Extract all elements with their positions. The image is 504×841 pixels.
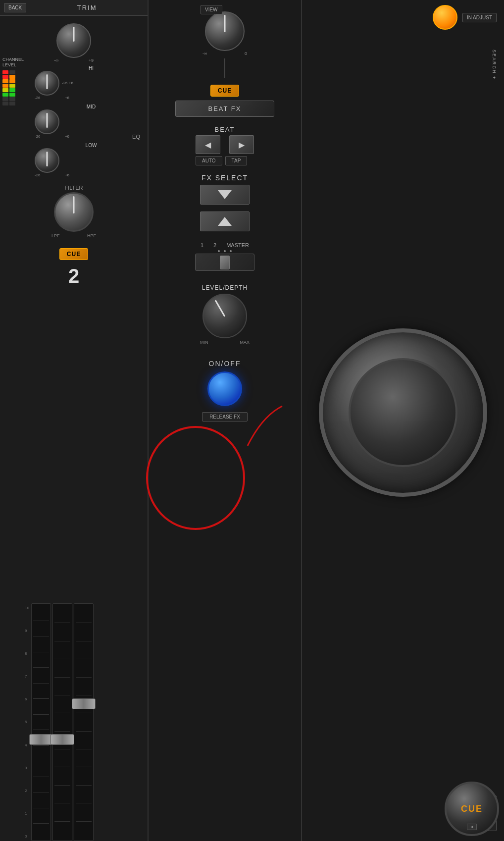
beat-fx-section: BEAT FX <box>175 101 274 117</box>
depth-range: MIN MAX <box>200 340 250 345</box>
level-depth-section: LEVEL/DEPTH MIN MAX <box>200 278 250 345</box>
trim-label: TRIM <box>30 4 144 11</box>
fader-thumb-2[interactable] <box>50 734 74 745</box>
jog-wheel-area <box>302 35 504 790</box>
mid-label: MID <box>35 104 148 109</box>
depth-knob[interactable] <box>202 294 247 338</box>
right-top: IN ADJUST <box>302 0 504 35</box>
trim-knob[interactable] <box>56 23 91 58</box>
mid-knob[interactable] <box>35 109 59 134</box>
cue-channel-section: CUE 2 <box>0 248 148 287</box>
middle-panel: -∞ 0 CUE BEAT FX BEAT ◀ ▶ <box>149 0 302 841</box>
right-panel: IN ADJUST SEARCH + SHIFT CUE ◄ <box>302 0 504 841</box>
low-label: LOW <box>35 143 148 148</box>
level-depth-label: LEVEL/DEPTH <box>202 284 248 291</box>
triangle-up-icon <box>218 217 232 226</box>
mid-eq-section: MID -26+6 <box>35 104 148 139</box>
cue-wheel-section: CUE ◄ <box>445 782 499 836</box>
filter-label: FILTER <box>64 185 83 191</box>
filter-section: FILTER LPF HPF <box>0 185 148 238</box>
beat-sub-buttons: AUTO TAP <box>196 156 254 165</box>
low-knob[interactable] <box>35 148 59 173</box>
hi-eq-section: HI -26 +6 -26+6 <box>35 65 148 100</box>
tap-button[interactable]: TAP <box>225 156 248 165</box>
fx-select-label: FX SELECT <box>202 174 248 182</box>
filter-range: LPF HPF <box>51 233 96 238</box>
fader-thumb-1[interactable] <box>29 734 53 745</box>
cue-wheel-button[interactable]: CUE ◄ <box>445 782 499 836</box>
trim-range: -∞ +9 <box>54 58 94 63</box>
level-range: -∞ 0 <box>202 51 247 56</box>
orange-power-button[interactable] <box>433 5 457 30</box>
channel-dots <box>218 250 232 252</box>
on-off-label: ON/OFF <box>209 360 241 368</box>
view-button[interactable]: VIEW <box>201 5 222 14</box>
channel-selector-section: 1 2 MASTER <box>195 237 254 271</box>
channel-cue-button[interactable]: CUE <box>59 248 88 260</box>
top-bar: BACK TRIM <box>0 0 148 16</box>
fx-cue-section: CUE <box>210 85 239 97</box>
release-fx-button[interactable]: RELEASE FX <box>202 412 248 421</box>
filter-knob[interactable] <box>54 192 94 232</box>
jog-wheel[interactable] <box>319 328 487 497</box>
fx-cue-button[interactable]: CUE <box>210 85 239 97</box>
on-off-button[interactable] <box>207 371 242 406</box>
level-meters <box>2 70 24 105</box>
channel-slider[interactable] <box>195 254 254 271</box>
fader-numbers: 109876543210 <box>25 603 29 841</box>
in-adjust-button[interactable]: IN ADJUST <box>462 13 497 22</box>
beat-controls: ◀ ▶ <box>196 135 254 154</box>
fx-select-down-button[interactable] <box>200 185 250 205</box>
on-off-section: ON/OFF RELEASE FX <box>202 352 248 421</box>
level-section: -∞ 0 <box>153 0 296 81</box>
fx-select-up-button[interactable] <box>200 211 250 231</box>
channel-number: 2 <box>68 265 79 287</box>
level-knob[interactable] <box>205 11 245 51</box>
channel-level-label: CHANNEL LEVEL <box>2 57 24 68</box>
beat-section: BEAT ◀ ▶ AUTO TAP <box>196 122 254 171</box>
beat-fx-button[interactable]: BEAT FX <box>175 101 274 117</box>
fader-tracks <box>31 603 94 841</box>
cue-wheel-sub: ◄ <box>467 821 477 830</box>
eq-text: EQ <box>132 134 140 140</box>
main-container: BACK TRIM VIEW CHANNEL LEVEL <box>0 0 504 841</box>
hi-range: -26 +6 <box>62 73 73 93</box>
fx-select-section: FX SELECT <box>200 174 250 231</box>
beat-next-button[interactable]: ▶ <box>229 135 254 154</box>
back-button[interactable]: BACK <box>4 3 26 12</box>
cue-wheel-label: CUE <box>461 804 483 814</box>
slider-thumb <box>220 256 230 269</box>
channel-select-labels: 1 2 MASTER <box>201 242 249 248</box>
left-panel: BACK TRIM VIEW CHANNEL LEVEL <box>0 0 149 841</box>
triangle-down-icon <box>218 190 232 199</box>
beat-prev-button[interactable]: ◀ <box>196 135 220 154</box>
cue-back-button[interactable]: ◄ <box>467 824 477 830</box>
auto-button[interactable]: AUTO <box>196 156 222 165</box>
beat-label: BEAT <box>196 126 254 133</box>
hi-knob[interactable] <box>35 71 59 96</box>
channel-level-section: CHANNEL LEVEL <box>2 57 24 105</box>
hi-label: HI <box>35 65 148 71</box>
low-eq-section: LOW -26+6 <box>35 143 148 177</box>
fader-area: 109876543210 <box>25 603 134 841</box>
fader-thumb-3[interactable] <box>72 698 96 709</box>
